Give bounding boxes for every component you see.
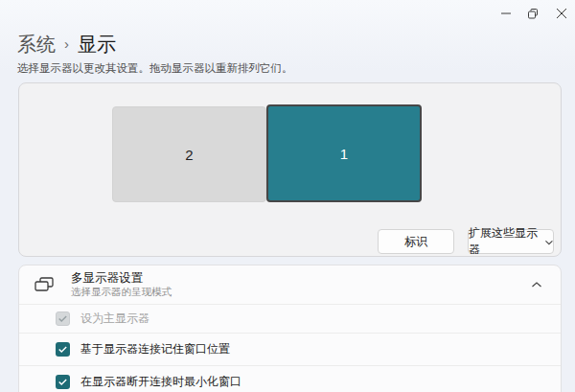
option-label: 基于显示器连接记住窗口位置 (80, 341, 230, 357)
close-button[interactable] (547, 0, 575, 27)
breadcrumb-system[interactable]: 系统 (17, 33, 56, 56)
option-set-primary-display: 设为主显示器 (19, 304, 561, 333)
extend-displays-label: 扩展这些显示器 (469, 225, 539, 258)
restore-button[interactable] (519, 0, 547, 27)
chevron-up-icon[interactable] (532, 282, 541, 288)
checkbox-checked-icon[interactable] (56, 375, 70, 389)
chevron-down-icon (545, 240, 553, 245)
monitor-1-selected[interactable]: 1 (266, 104, 422, 202)
checkbox-disabled-checked-icon (56, 311, 70, 326)
monitor-2[interactable]: 2 (112, 106, 266, 202)
option-label: 在显示器断开连接时最小化窗口 (80, 374, 242, 390)
option-minimize-windows-on-disconnect[interactable]: 在显示器断开连接时最小化窗口 (19, 365, 561, 392)
breadcrumb: 系统 › 显示 (17, 32, 116, 56)
monitor-2-label: 2 (185, 147, 193, 163)
page-subtitle: 选择显示器以更改其设置。拖动显示器以重新排列它们。 (17, 61, 293, 76)
identify-button[interactable]: 标识 (378, 229, 454, 254)
minimize-button[interactable] (492, 0, 519, 27)
identify-button-label: 标识 (404, 234, 427, 250)
breadcrumb-separator-icon: › (64, 32, 69, 56)
option-remember-window-locations[interactable]: 基于显示器连接记住窗口位置 (19, 333, 561, 365)
multi-display-title: 多显示器设置 (71, 271, 172, 286)
page-title: 显示 (78, 33, 116, 56)
display-arrangement-panel: 2 1 标识 扩展这些显示器 (18, 82, 562, 257)
multi-display-icon (33, 277, 56, 292)
option-label: 设为主显示器 (80, 311, 150, 327)
window-controls (492, 0, 575, 27)
multi-display-settings-card: 多显示器设置 选择显示器的呈现模式 设为主显示器 基于显示器连接记住窗口位置 在… (18, 265, 562, 392)
titlebar (0, 0, 575, 27)
monitor-1-label: 1 (340, 146, 348, 162)
extend-displays-dropdown[interactable]: 扩展这些显示器 (468, 229, 554, 254)
multi-display-subtitle: 选择显示器的呈现模式 (71, 286, 172, 298)
settings-window: 系统 › 显示 选择显示器以更改其设置。拖动显示器以重新排列它们。 2 1 标识… (0, 0, 575, 392)
checkbox-checked-icon[interactable] (56, 342, 70, 357)
multi-display-header[interactable]: 多显示器设置 选择显示器的呈现模式 (19, 265, 561, 304)
